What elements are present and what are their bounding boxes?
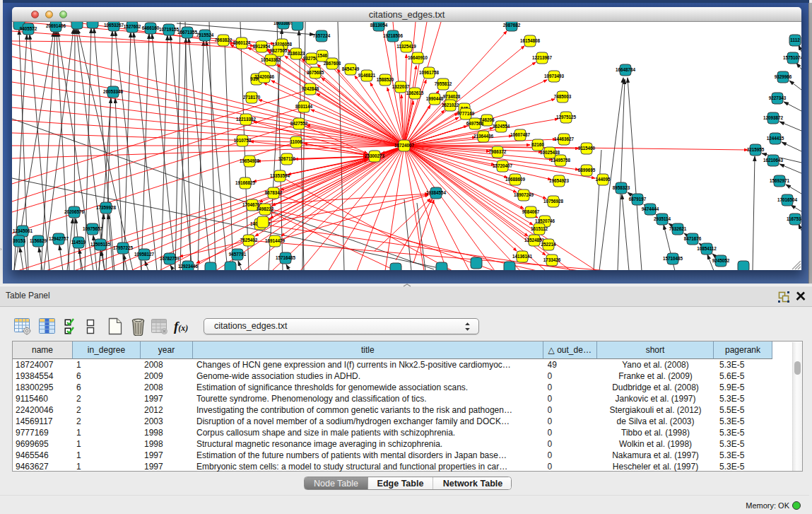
svg-text:20206576: 20206576 bbox=[64, 209, 85, 214]
svg-text:1546: 1546 bbox=[317, 53, 328, 58]
svg-text:1322037: 1322037 bbox=[392, 84, 410, 89]
svg-text:39153: 39153 bbox=[13, 238, 25, 243]
svg-text:15751074: 15751074 bbox=[783, 55, 801, 60]
svg-text:1615112: 1615112 bbox=[531, 226, 548, 231]
svg-text:9115460: 9115460 bbox=[578, 146, 596, 151]
svg-text:7663822: 7663822 bbox=[215, 37, 233, 42]
svg-text:19166825: 19166825 bbox=[235, 180, 256, 185]
svg-text:1112: 1112 bbox=[790, 37, 800, 42]
svg-text:14136141: 14136141 bbox=[512, 254, 533, 259]
svg-text:26053346: 26053346 bbox=[103, 89, 124, 94]
svg-text:1362615: 1362615 bbox=[406, 90, 424, 95]
svg-text:8031144: 8031144 bbox=[295, 104, 313, 109]
svg-text:9777169: 9777169 bbox=[457, 111, 475, 116]
svg-text:8427552: 8427552 bbox=[290, 121, 308, 126]
svg-text:20691406: 20691406 bbox=[46, 23, 66, 28]
svg-text:15710485: 15710485 bbox=[663, 256, 683, 261]
svg-text:9827505: 9827505 bbox=[270, 48, 288, 53]
svg-text:114519: 114519 bbox=[71, 240, 86, 245]
svg-text:2867608: 2867608 bbox=[324, 61, 341, 66]
svg-text:10958127: 10958127 bbox=[134, 252, 155, 257]
svg-text:10973493: 10973493 bbox=[544, 74, 565, 78]
svg-text:14463627: 14463627 bbox=[554, 136, 575, 141]
svg-text:1621022: 1621022 bbox=[442, 103, 459, 107]
svg-text:7632621: 7632621 bbox=[669, 226, 687, 231]
svg-text:10543362: 10543362 bbox=[261, 57, 281, 62]
svg-text:19654923: 19654923 bbox=[549, 178, 570, 183]
svg-text:10756928: 10756928 bbox=[543, 199, 564, 204]
svg-text:15692971: 15692971 bbox=[770, 178, 790, 183]
svg-text:13353594: 13353594 bbox=[270, 173, 290, 178]
svg-text:12345061: 12345061 bbox=[13, 228, 33, 233]
svg-text:18724007: 18724007 bbox=[394, 143, 415, 148]
svg-text:9084067: 9084067 bbox=[522, 209, 540, 214]
svg-text:21364436: 21364436 bbox=[473, 134, 494, 139]
svg-text:1167534: 1167534 bbox=[787, 216, 801, 221]
svg-text:10975657: 10975657 bbox=[83, 226, 103, 231]
svg-text:13520746: 13520746 bbox=[535, 218, 555, 223]
svg-text:62160: 62160 bbox=[531, 142, 544, 147]
svg-text:2087682: 2087682 bbox=[503, 23, 521, 28]
svg-text:7625402: 7625402 bbox=[240, 238, 258, 243]
svg-text:10719155: 10719155 bbox=[159, 27, 180, 32]
svg-text:12942757: 12942757 bbox=[49, 236, 69, 241]
svg-text:9405572: 9405572 bbox=[20, 26, 37, 31]
svg-text:18907249: 18907249 bbox=[514, 192, 534, 197]
svg-text:6899695: 6899695 bbox=[578, 168, 596, 173]
svg-text:16640910: 16640910 bbox=[408, 55, 428, 60]
svg-text:15720407: 15720407 bbox=[493, 163, 513, 168]
svg-text:7955812: 7955812 bbox=[435, 81, 452, 86]
svg-text:9242848: 9242848 bbox=[302, 86, 319, 91]
svg-text:7515524: 7515524 bbox=[196, 33, 214, 37]
svg-text:10025438: 10025438 bbox=[540, 150, 560, 155]
svg-text:10688609: 10688609 bbox=[505, 177, 526, 182]
svg-text:19384554: 19384554 bbox=[426, 190, 447, 195]
svg-text:16154808: 16154808 bbox=[520, 38, 541, 43]
svg-text:6879197: 6879197 bbox=[629, 197, 647, 201]
svg-text:8912954: 8912954 bbox=[253, 44, 271, 49]
svg-text:12213967: 12213967 bbox=[532, 55, 553, 60]
svg-text:8678342: 8678342 bbox=[265, 190, 283, 195]
svg-text:9329966: 9329966 bbox=[775, 74, 792, 79]
svg-text:16782759: 16782759 bbox=[160, 256, 180, 261]
svg-text:1156829: 1156829 bbox=[30, 238, 47, 243]
svg-text:16914479: 16914479 bbox=[265, 238, 286, 243]
svg-text:252214: 252214 bbox=[541, 242, 556, 247]
svg-text:10854112: 10854112 bbox=[697, 246, 717, 251]
svg-text:7986372: 7986372 bbox=[489, 149, 507, 154]
svg-text:9245052: 9245052 bbox=[712, 258, 730, 263]
svg-text:10961758: 10961758 bbox=[419, 70, 440, 75]
svg-text:1527602: 1527602 bbox=[124, 24, 141, 29]
svg-text:9457791: 9457791 bbox=[229, 252, 247, 257]
svg-text:9474444: 9474444 bbox=[642, 206, 659, 211]
svg-text:11006: 11006 bbox=[290, 139, 302, 144]
svg-text:3675685: 3675685 bbox=[307, 70, 324, 75]
svg-text:8454749: 8454749 bbox=[342, 66, 360, 71]
svg-text:6497568: 6497568 bbox=[466, 121, 484, 126]
svg-text:12923446: 12923446 bbox=[178, 264, 199, 269]
svg-text:12505135: 12505135 bbox=[90, 242, 111, 247]
svg-text:17016504: 17016504 bbox=[777, 197, 798, 202]
svg-text:19654938: 19654938 bbox=[240, 158, 260, 163]
svg-text:10607487: 10607487 bbox=[510, 132, 531, 137]
svg-text:12093872: 12093872 bbox=[763, 115, 784, 120]
svg-text:17359928: 17359928 bbox=[96, 205, 117, 210]
svg-text:25300273: 25300273 bbox=[365, 153, 385, 158]
svg-text:22420046: 22420046 bbox=[254, 74, 275, 79]
svg-text:3498222: 3498222 bbox=[257, 206, 274, 211]
svg-text:16210643: 16210643 bbox=[763, 158, 784, 163]
svg-text:1588520: 1588520 bbox=[377, 77, 394, 82]
svg-text:7357224: 7357224 bbox=[313, 33, 331, 38]
svg-text:8813054: 8813054 bbox=[370, 23, 388, 28]
svg-text:12213382: 12213382 bbox=[236, 117, 257, 122]
svg-text:19218506: 19218506 bbox=[383, 33, 404, 38]
svg-text:8960124: 8960124 bbox=[233, 40, 251, 45]
svg-text:10653267: 10653267 bbox=[104, 23, 124, 28]
svg-text:2935114: 2935114 bbox=[654, 216, 671, 221]
svg-text:8471676: 8471676 bbox=[684, 236, 702, 241]
svg-text:15716485: 15716485 bbox=[276, 255, 296, 260]
svg-text:11325419: 11325419 bbox=[396, 44, 416, 49]
svg-text:16033809: 16033809 bbox=[273, 22, 294, 25]
svg-text:17957225: 17957225 bbox=[113, 245, 134, 250]
svg-text:1990448: 1990448 bbox=[426, 96, 444, 101]
